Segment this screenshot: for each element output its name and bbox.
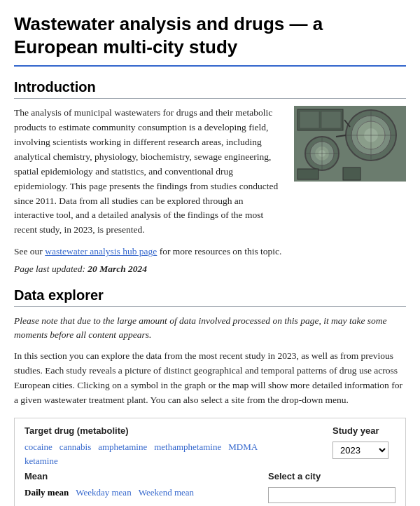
data-explorer-heading: Data explorer — [14, 287, 406, 307]
svg-rect-19 — [343, 167, 360, 180]
title-section: Wastewater analysis and drugs — a Europe… — [14, 13, 406, 67]
wastewater-image — [294, 106, 406, 182]
svg-rect-14 — [300, 111, 319, 128]
link-prefix: See our — [14, 246, 45, 257]
drug-options-row2: ketamine — [24, 456, 258, 467]
intro-content: The analysis of municipal wastewaters fo… — [14, 106, 406, 238]
drug-option-cocaine[interactable]: cocaine — [24, 442, 52, 453]
study-year-group: Study year 2023 2022 2021 2020 2019 2018… — [332, 425, 396, 459]
study-year-label: Study year — [332, 425, 379, 436]
page-title: Wastewater analysis and drugs — a Europe… — [14, 13, 406, 58]
svg-rect-15 — [321, 111, 341, 128]
mean-options: Daily mean Weekday mean Weekend mean — [24, 487, 194, 498]
data-explorer-description: In this section you can explore the data… — [14, 349, 406, 408]
link-suffix: for more resources on this topic. — [157, 246, 281, 257]
last-updated-date: 20 March 2024 — [88, 264, 147, 274]
controls-area: Target drug (metabolite) cocaine cannabi… — [14, 418, 406, 506]
mean-row: Mean Daily mean Weekday mean Weekend mea… — [24, 471, 396, 503]
svg-rect-18 — [298, 169, 318, 179]
hub-page-link[interactable]: wastewater analysis hub page — [45, 246, 157, 257]
drug-option-ketamine[interactable]: ketamine — [24, 456, 58, 467]
intro-heading: Introduction — [14, 79, 406, 99]
drug-option-cannabis[interactable]: cannabis — [59, 442, 91, 453]
intro-section: Introduction The analysis of municipal w… — [14, 79, 406, 275]
drug-options: cocaine cannabis amphetamine methampheta… — [24, 442, 258, 453]
mean-option-daily[interactable]: Daily mean — [24, 487, 69, 498]
drug-control-group: Target drug (metabolite) cocaine cannabi… — [24, 425, 258, 467]
drug-option-methamphetamine[interactable]: methamphetamine — [154, 442, 221, 453]
drug-option-amphetamine[interactable]: amphetamine — [98, 442, 147, 453]
mean-control-group: Mean Daily mean Weekday mean Weekend mea… — [24, 471, 194, 498]
controls-row-1: Target drug (metabolite) cocaine cannabi… — [24, 425, 396, 467]
city-select-label: Select a city — [268, 471, 396, 481]
last-updated-prefix: Page last updated: — [14, 264, 88, 274]
city-select-input[interactable] — [268, 487, 396, 503]
last-updated: Page last updated: 20 March 2024 — [14, 264, 406, 275]
mean-label: Mean — [24, 471, 194, 481]
mean-option-weekday[interactable]: Weekday mean — [76, 487, 131, 498]
city-select-group: Select a city — [268, 471, 396, 503]
mean-option-weekend[interactable]: Weekend mean — [139, 487, 194, 498]
data-explorer-section: Data explorer Please note that due to th… — [14, 287, 406, 506]
intro-body: The analysis of municipal wastewaters fo… — [14, 106, 284, 238]
data-explorer-note: Please note that due to the large amount… — [14, 314, 406, 343]
drug-option-mdma[interactable]: MDMA — [228, 442, 258, 453]
drug-label: Target drug (metabolite) — [24, 425, 258, 436]
study-year-select[interactable]: 2023 2022 2021 2020 2019 2018 2017 2016 … — [332, 442, 388, 459]
intro-link-line: See our wastewater analysis hub page for… — [14, 245, 406, 259]
